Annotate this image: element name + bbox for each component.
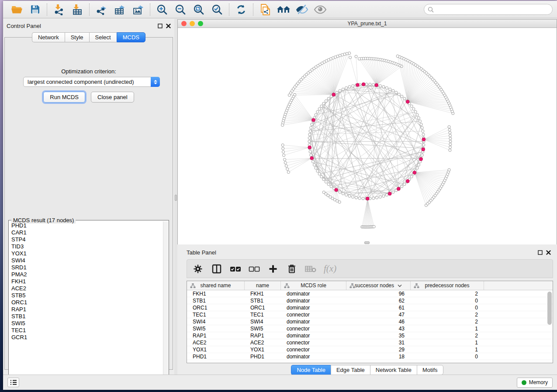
table-cell: YOX1 — [245, 346, 281, 353]
mcds-node-item[interactable]: ORC1 — [9, 299, 163, 306]
table-row[interactable]: SWI4SWI4dominator462 — [187, 318, 553, 325]
application-window: Control Panel NetworkStyleSelectMCDS Opt… — [3, 1, 557, 390]
table-row[interactable]: TEC1TEC1connector472 — [187, 311, 553, 318]
table-row[interactable]: SWI5SWI5connector431 — [187, 325, 553, 332]
mcds-node-item[interactable]: CAR1 — [9, 229, 163, 236]
run-mcds-button[interactable]: Run MCDS — [43, 92, 85, 103]
table-scrollbar[interactable] — [547, 292, 552, 325]
table-cell: 18 — [346, 353, 411, 360]
select-all-columns-icon[interactable] — [230, 263, 241, 275]
column-header-shared-name[interactable]: shared name — [187, 281, 245, 290]
table-row[interactable]: STB1STB1dominator620 — [187, 297, 553, 304]
mcds-list-scrollbar[interactable] — [163, 221, 168, 380]
mcds-node-item[interactable]: PMA2 — [9, 271, 163, 278]
show-graphics-details-icon[interactable] — [311, 2, 329, 17]
tab-node-table[interactable]: Node Table — [291, 365, 331, 375]
export-table-icon[interactable] — [111, 2, 129, 17]
import-network-icon[interactable] — [50, 2, 68, 17]
mcds-node-item[interactable]: RAP1 — [9, 306, 163, 313]
network-window: YPA_prune.txt_1 — [177, 19, 557, 244]
network-window-titlebar[interactable]: YPA_prune.txt_1 — [178, 20, 557, 28]
houses-icon[interactable] — [274, 2, 293, 17]
toolbar-separator — [150, 3, 150, 16]
tab-network[interactable]: Network — [32, 32, 65, 42]
tab-network-table[interactable]: Network Table — [370, 365, 417, 375]
apply-layout-icon[interactable] — [232, 2, 250, 17]
zoom-fit-icon[interactable] — [190, 2, 208, 17]
mcds-node-item[interactable]: STB5 — [9, 292, 163, 299]
column-header-successor-nodes[interactable]: successor nodes — [346, 281, 411, 290]
hide-graphics-details-icon[interactable] — [293, 2, 311, 17]
delete-table-icon[interactable] — [305, 263, 316, 275]
clone-network-icon[interactable] — [256, 2, 274, 17]
tab-mcds[interactable]: MCDS — [117, 32, 145, 42]
divider-grip[interactable] — [175, 195, 177, 201]
import-table-icon[interactable] — [68, 2, 86, 17]
table-panel-title: Table Panel — [187, 249, 216, 256]
export-image-icon[interactable] — [129, 2, 147, 17]
network-graph[interactable] — [178, 28, 557, 244]
control-panel-title: Control Panel — [7, 23, 41, 29]
show-panels-menu-button[interactable] — [7, 378, 19, 387]
mcds-node-item[interactable]: YOX1 — [9, 250, 163, 257]
memory-button[interactable]: Memory — [517, 378, 553, 388]
table-cell: PHD1 — [187, 353, 245, 360]
split-grip[interactable] — [364, 241, 370, 244]
table-settings-gear-icon[interactable] — [192, 263, 204, 275]
delete-column-icon[interactable] — [286, 263, 298, 275]
tab-motifs[interactable]: Motifs — [417, 365, 443, 375]
table-cell: 1 — [411, 325, 484, 332]
export-network-icon[interactable] — [92, 2, 111, 17]
close-panel-icon[interactable] — [166, 24, 171, 28]
show-column-panel-icon[interactable] — [211, 263, 222, 275]
mcds-node-item[interactable]: SWI4 — [9, 257, 163, 264]
function-builder-icon[interactable]: f(x) — [324, 263, 336, 274]
table-cell: 2 — [411, 290, 484, 297]
mcds-node-item[interactable]: PHD1 — [9, 222, 163, 229]
search-field[interactable] — [424, 4, 553, 15]
float-table-panel-icon[interactable] — [538, 250, 543, 255]
mcds-node-item[interactable]: STB1 — [9, 313, 163, 320]
optimization-criterion-select[interactable]: largest connected component (undirected) — [23, 77, 160, 87]
mcds-node-item[interactable]: TID3 — [9, 243, 163, 250]
close-table-panel-icon[interactable] — [546, 250, 551, 255]
float-panel-icon[interactable] — [158, 24, 163, 28]
mcds-result-list[interactable]: PHD1CAR1STP4TID3YOX1SWI4SRD1PMA2FKH1ACE2… — [9, 222, 163, 380]
table-row[interactable]: YOX1YOX1connector291 — [187, 346, 553, 353]
zoom-out-icon[interactable] — [171, 2, 190, 17]
tab-select[interactable]: Select — [89, 32, 117, 42]
table-cell: dominator — [281, 318, 346, 325]
zoom-selected-icon[interactable] — [208, 2, 226, 17]
network-canvas[interactable] — [178, 28, 557, 244]
mcds-node-item[interactable]: STP4 — [9, 236, 163, 243]
column-header-MCDS-role[interactable]: MCDS role — [281, 281, 346, 290]
search-input[interactable] — [436, 7, 549, 13]
close-panel-button[interactable]: Close panel — [91, 92, 134, 103]
memory-status-icon — [522, 380, 526, 385]
tab-style[interactable]: Style — [65, 32, 89, 42]
table-row[interactable]: ACE2ACE2connector311 — [187, 339, 553, 346]
table-cell: ACE2 — [187, 339, 245, 346]
table-body: FKH1FKH1dominator962STB1STB1dominator620… — [187, 290, 553, 360]
mcds-node-item[interactable]: SWI5 — [9, 320, 163, 327]
table-row[interactable]: FKH1FKH1dominator962 — [187, 290, 553, 297]
mcds-node-item[interactable]: FKH1 — [9, 278, 163, 285]
column-header-name[interactable]: name — [245, 281, 281, 290]
table-cell: SWI4 — [245, 318, 281, 325]
tab-edge-table[interactable]: Edge Table — [331, 365, 370, 375]
table-row[interactable]: RAP1RAP1dominator352 — [187, 332, 553, 339]
create-column-icon[interactable] — [267, 263, 279, 275]
save-session-icon[interactable] — [26, 2, 44, 17]
column-header-predecessor-nodes[interactable]: predecessor nodes — [411, 281, 484, 290]
mcds-node-item[interactable]: SRD1 — [9, 264, 163, 271]
open-session-icon[interactable] — [7, 2, 26, 17]
table-toolbar: f(x) — [187, 259, 553, 278]
zoom-in-icon[interactable] — [153, 2, 171, 17]
mcds-node-item[interactable]: GCR1 — [9, 334, 163, 341]
table-cell: connector — [281, 339, 346, 346]
table-row[interactable]: ORC1ORC1dominator610 — [187, 304, 553, 311]
table-row[interactable]: PHD1PHD1dominator180 — [187, 353, 553, 360]
mcds-node-item[interactable]: TEC1 — [9, 327, 163, 334]
unselect-all-columns-icon[interactable] — [249, 263, 260, 275]
mcds-node-item[interactable]: ACE2 — [9, 285, 163, 292]
